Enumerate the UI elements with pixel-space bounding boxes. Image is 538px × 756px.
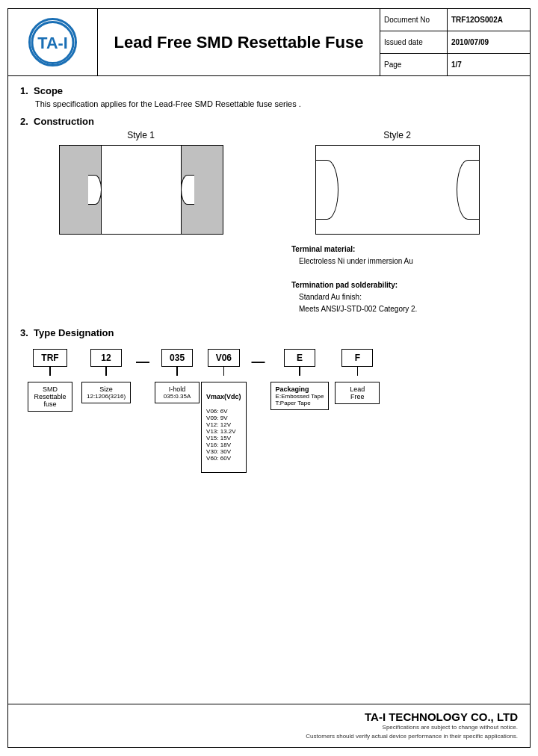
style2-area: Style 2 Terminal material: Electroless N…: [276, 130, 518, 315]
box-v06: V06: [208, 349, 240, 367]
doc-value: TRF12OS002A: [448, 14, 507, 25]
termination-value2: Meets ANSI/J-STD-002 Category 2.: [299, 303, 518, 315]
page: TA-I Lead Free SMD Resettable Fuse Docum…: [7, 8, 531, 748]
desc-12: Size 12:1206(3216): [81, 382, 131, 403]
document-title: Lead Free SMD Resettable Fuse: [98, 9, 380, 75]
issued-value: 2010/07/09: [448, 37, 492, 48]
footer: TA-I TECHNOLOGY CO., LTD Specifications …: [8, 704, 530, 747]
logo-cell: TA-I: [8, 9, 98, 75]
box-f: F: [341, 349, 373, 367]
company-name: TA-I TECHNOLOGY CO., LTD: [20, 710, 518, 723]
scope-text: This specification applies for the Lead-…: [35, 99, 518, 108]
desc-trf: SMD Resettable fuse: [28, 382, 72, 412]
footer-note1: Specifications are subject to change wit…: [20, 723, 518, 732]
body: 1. Scope This specification applies for …: [8, 76, 530, 704]
section-type-designation: 3. Type Designation TRF SMD Resettable f…: [20, 327, 518, 473]
termination-value1: Standard Au finish:: [299, 291, 518, 303]
page-label: Page: [380, 54, 448, 75]
page-row: Page 1/7: [380, 54, 530, 75]
fuse-right-terminal: [182, 146, 223, 234]
spacer1: [74, 349, 80, 352]
terminal-material-label: Terminal material:: [291, 244, 518, 255]
title-text: Lead Free SMD Resettable Fuse: [114, 33, 364, 52]
termination-label: Termination pad solderability:: [291, 279, 518, 291]
arc-right: [457, 160, 479, 220]
desc-e: Packaging E:Embossed Tape T:Paper Tape: [270, 382, 330, 410]
style2-block: Style 2: [276, 130, 518, 235]
style1-block: Style 1: [20, 130, 262, 315]
fuse-body: [101, 146, 182, 234]
construction-title: 2. Construction: [20, 116, 518, 127]
doc-no-row: Document No TRF12OS002A: [380, 9, 530, 31]
header: TA-I Lead Free SMD Resettable Fuse Docum…: [8, 9, 530, 76]
vmax-group: V06 Vmax(Vdc) V06: 6V V09: 9V V12: 12V V…: [201, 349, 247, 473]
trf-group: TRF SMD Resettable fuse: [28, 349, 72, 412]
box-e: E: [284, 349, 315, 367]
desc-035: I-hold 035:0.35A: [155, 382, 200, 403]
issued-label: Issued date: [380, 31, 448, 53]
notch-right: [181, 175, 194, 205]
scope-title: 1. Scope: [20, 85, 518, 96]
style2-diagram: [315, 145, 480, 235]
ihold-group: 035 I-hold 035:0.35A: [155, 349, 200, 403]
leadfree-group: F Lead Free: [335, 349, 380, 404]
fuse2-body: [316, 146, 479, 234]
dash2: —: [248, 350, 269, 373]
desc-f: Lead Free: [335, 382, 380, 404]
box-trf: TRF: [33, 349, 67, 367]
section-construction: 2. Construction Style 1: [20, 116, 518, 315]
size-group: 12 Size 12:1206(3216): [81, 349, 131, 403]
desc-v06: Vmax(Vdc) V06: 6V V09: 9V V12: 12V V13: …: [201, 382, 247, 473]
header-info: Document No TRF12OS002A Issued date 2010…: [380, 9, 530, 75]
terminal-material-value: Electroless Ni under immersion Au: [299, 255, 518, 267]
logo-icon: TA-I: [28, 18, 77, 66]
notch-left: [88, 175, 102, 205]
section-scope: 1. Scope This specification applies for …: [20, 85, 518, 108]
style1-label: Style 1: [127, 130, 155, 140]
box-12: 12: [90, 349, 122, 367]
style2-label: Style 2: [383, 130, 411, 140]
issued-date-row: Issued date 2010/07/09: [380, 31, 530, 54]
dash1: —: [132, 350, 153, 373]
terminal-info: Terminal material: Electroless Ni under …: [291, 244, 518, 315]
type-designation-title: 3. Type Designation: [20, 327, 518, 338]
footer-note2: Customers should verify actual device pe…: [20, 732, 518, 741]
arc-left: [316, 160, 338, 220]
style1-diagram: [59, 145, 223, 235]
construction-area: Style 1 Style 2: [20, 130, 518, 315]
packaging-group: E Packaging E:Embossed Tape T:Paper Tape: [270, 349, 330, 410]
doc-label: Document No: [380, 9, 448, 31]
box-035: 035: [161, 349, 193, 367]
page-value: 1/7: [448, 59, 466, 70]
fuse-left-terminal: [60, 146, 101, 234]
svg-text:TA-I: TA-I: [37, 33, 67, 52]
